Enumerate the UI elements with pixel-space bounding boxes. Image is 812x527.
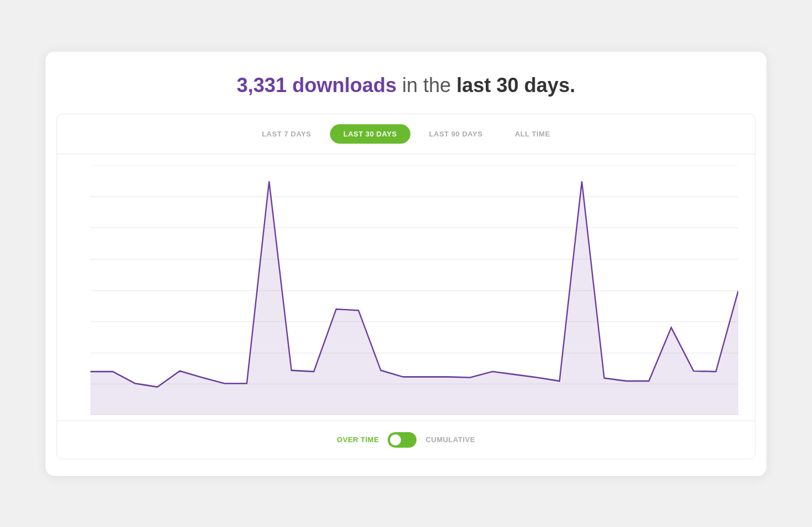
tab-row: LAST 7 DAYS LAST 30 DAYS LAST 90 DAYS AL… xyxy=(57,114,755,154)
toggle-label-cumulative: CUMULATIVE xyxy=(425,435,475,444)
toggle-row: OVER TIME CUMULATIVE xyxy=(57,420,755,459)
toggle-button[interactable] xyxy=(388,432,417,448)
tab-last90[interactable]: LAST 90 DAYS xyxy=(416,124,496,144)
svg-marker-18 xyxy=(90,181,738,414)
headline-period: last 30 days. xyxy=(456,74,575,97)
toggle-label-overtime: OVER TIME xyxy=(337,435,379,444)
tab-last7[interactable]: LAST 7 DAYS xyxy=(248,124,324,144)
tab-alltime[interactable]: ALL TIME xyxy=(501,124,564,144)
chart-area: 0 50 100 150 200 250 300 350 400 xyxy=(57,154,755,420)
chart-card: LAST 7 DAYS LAST 30 DAYS LAST 90 DAYS AL… xyxy=(57,114,755,459)
chart-svg: 0 50 100 150 200 250 300 350 400 xyxy=(90,165,738,415)
headline-middle: in the xyxy=(402,74,456,97)
headline: 3,331 downloads in the last 30 days. xyxy=(57,74,755,97)
download-count: 3,331 downloads xyxy=(237,74,397,97)
tab-last30[interactable]: LAST 30 DAYS xyxy=(330,124,410,144)
page-container: 3,331 downloads in the last 30 days. LAS… xyxy=(45,52,767,476)
